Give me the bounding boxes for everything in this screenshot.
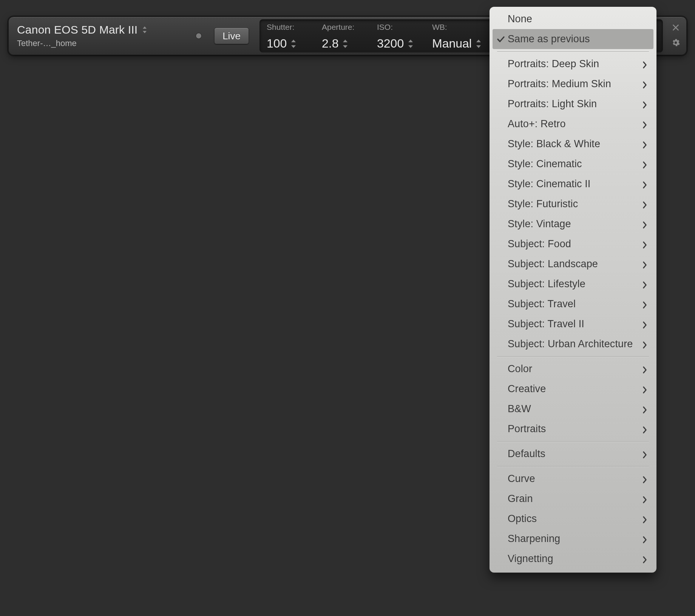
session-name: Tether-…_home <box>17 38 147 48</box>
menu-item-label: Portraits: Deep Skin <box>508 58 642 70</box>
checkmark-icon <box>496 35 505 44</box>
menu-item[interactable]: Style: Cinematic <box>490 154 656 174</box>
menu-item-label: Subject: Travel II <box>508 318 642 330</box>
menu-item-label: Portraits: Light Skin <box>508 98 642 110</box>
iso-value: 3200 <box>377 37 404 51</box>
camera-name: Canon EOS 5D Mark III <box>17 23 137 36</box>
chevron-right-icon <box>642 220 647 228</box>
menu-separator <box>497 51 649 52</box>
menu-item[interactable]: Vignetting <box>490 549 656 569</box>
menu-item[interactable]: Auto+: Retro <box>490 114 656 134</box>
chevron-right-icon <box>642 385 647 393</box>
gear-icon <box>672 38 680 48</box>
menu-item[interactable]: Optics <box>490 509 656 529</box>
menu-item-label: Subject: Landscape <box>508 258 642 270</box>
menu-item-label: Portraits <box>508 423 642 435</box>
menu-item[interactable]: Style: Cinematic II <box>490 174 656 194</box>
updown-icon <box>143 26 147 33</box>
chevron-right-icon <box>642 80 647 88</box>
menu-separator <box>497 466 649 467</box>
chevron-right-icon <box>642 515 647 523</box>
aperture-setting[interactable]: Aperture: 2.8 <box>322 23 363 51</box>
chevron-right-icon <box>642 365 647 373</box>
close-button[interactable] <box>672 24 680 32</box>
menu-item[interactable]: Grain <box>490 489 656 509</box>
menu-item[interactable]: Subject: Landscape <box>490 254 656 274</box>
menu-group-categories: ColorCreativeB&WPortraits <box>490 359 656 439</box>
menu-item-label: Style: Black & White <box>508 138 642 150</box>
updown-icon <box>408 40 413 48</box>
menu-item[interactable]: B&W <box>490 399 656 419</box>
menu-item[interactable]: Subject: Travel II <box>490 314 656 334</box>
updown-icon <box>476 40 481 48</box>
iso-label: ISO: <box>377 23 419 32</box>
menu-group-defaults: Defaults <box>490 444 656 464</box>
menu-item[interactable]: Portraits <box>490 419 656 439</box>
menu-item-label: Subject: Travel <box>508 298 642 310</box>
menu-item[interactable]: Subject: Urban Architecture <box>490 334 656 354</box>
menu-item-label: Same as previous <box>508 33 647 45</box>
wb-value: Manual <box>432 37 472 51</box>
chevron-right-icon <box>642 450 647 458</box>
settings-button[interactable] <box>672 39 680 48</box>
menu-item[interactable]: Subject: Travel <box>490 294 656 314</box>
close-icon <box>672 23 680 33</box>
wb-setting[interactable]: WB: Manual <box>432 23 485 51</box>
shutter-label: Shutter: <box>267 23 308 32</box>
menu-item[interactable]: Style: Black & White <box>490 134 656 154</box>
live-view-button[interactable]: Live <box>214 28 249 44</box>
menu-item-label: Color <box>508 363 642 375</box>
chevron-right-icon <box>642 280 647 288</box>
camera-selector[interactable]: Canon EOS 5D Mark III <box>17 23 147 36</box>
menu-separator <box>497 441 649 442</box>
menu-item-label: Style: Cinematic II <box>508 178 642 190</box>
menu-item-same-as-previous[interactable]: Same as previous <box>493 29 653 49</box>
chevron-right-icon <box>642 320 647 328</box>
menu-item[interactable]: Portraits: Deep Skin <box>490 54 656 74</box>
chevron-right-icon <box>642 180 647 188</box>
shutter-setting[interactable]: Shutter: 100 <box>267 23 308 51</box>
develop-preset-menu: None Same as previous Portraits: Deep Sk… <box>490 7 656 573</box>
wb-label: WB: <box>432 23 485 32</box>
chevron-right-icon <box>642 260 647 268</box>
menu-item[interactable]: Defaults <box>490 444 656 464</box>
tether-camera-section: Canon EOS 5D Mark III Tether-…_home Live <box>9 17 259 55</box>
menu-item-label: Style: Cinematic <box>508 158 642 170</box>
shutter-value: 100 <box>267 37 287 51</box>
menu-item[interactable]: Portraits: Light Skin <box>490 94 656 114</box>
menu-item-label: B&W <box>508 403 642 415</box>
iso-setting[interactable]: ISO: 3200 <box>377 23 419 51</box>
menu-item[interactable]: Creative <box>490 379 656 399</box>
menu-item[interactable]: Subject: Food <box>490 234 656 254</box>
menu-item-label: Grain <box>508 493 642 505</box>
chevron-right-icon <box>642 495 647 503</box>
chevron-right-icon <box>642 340 647 348</box>
menu-item-label: Creative <box>508 383 642 395</box>
chevron-right-icon <box>642 425 647 433</box>
chevron-right-icon <box>642 140 647 148</box>
menu-item[interactable]: Portraits: Medium Skin <box>490 74 656 94</box>
tether-controls <box>665 17 686 55</box>
menu-item[interactable]: Sharpening <box>490 529 656 549</box>
chevron-right-icon <box>642 240 647 248</box>
chevron-right-icon <box>642 200 647 208</box>
menu-item-label: Style: Vintage <box>508 218 642 230</box>
menu-item-none[interactable]: None <box>490 9 656 29</box>
chevron-right-icon <box>642 120 647 128</box>
menu-item[interactable]: Style: Futuristic <box>490 194 656 214</box>
chevron-right-icon <box>642 405 647 413</box>
menu-item[interactable]: Curve <box>490 469 656 489</box>
menu-item-label: Curve <box>508 473 642 485</box>
chevron-right-icon <box>642 475 647 483</box>
menu-item-label: Sharpening <box>508 533 642 545</box>
status-indicator-icon <box>196 33 201 38</box>
menu-item[interactable]: Subject: Lifestyle <box>490 274 656 294</box>
menu-item-label: Defaults <box>508 448 642 460</box>
menu-item[interactable]: Style: Vintage <box>490 214 656 234</box>
menu-item-label: None <box>508 13 647 25</box>
menu-item-label: Subject: Food <box>508 238 642 250</box>
menu-item-label: Auto+: Retro <box>508 118 642 130</box>
menu-item[interactable]: Color <box>490 359 656 379</box>
menu-group-premium: Portraits: Deep SkinPortraits: Medium Sk… <box>490 54 656 354</box>
updown-icon <box>291 40 296 48</box>
